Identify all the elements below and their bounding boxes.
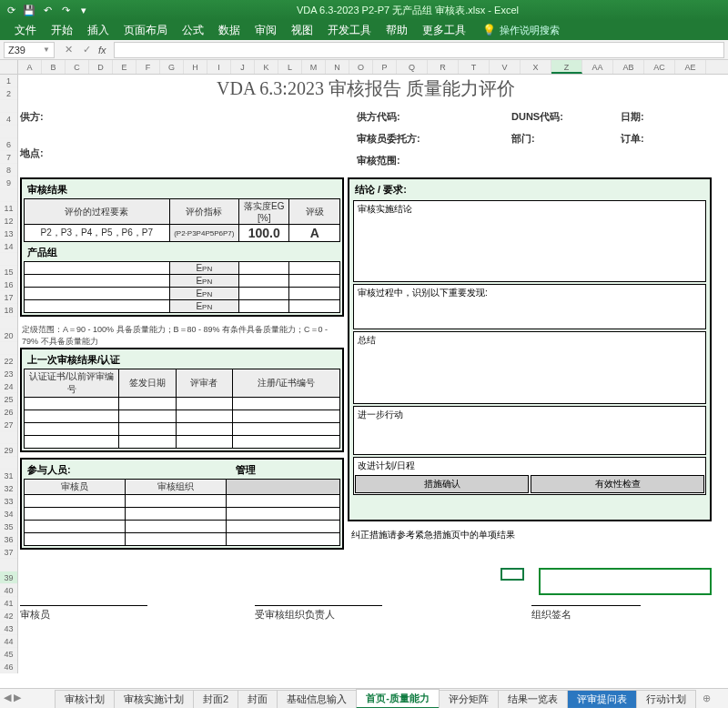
fx-icon[interactable]: fx [98, 45, 106, 56]
sheet-tab[interactable]: 审核计划 [55, 690, 115, 708]
col-header[interactable]: AE [675, 60, 706, 74]
row-header[interactable]: 20 [0, 329, 17, 342]
col-header[interactable]: X [521, 60, 551, 74]
row-header[interactable]: 35 [0, 521, 17, 533]
undo-icon[interactable]: ↶ [40, 3, 55, 17]
row-header[interactable]: 22 [0, 355, 17, 368]
ribbon-tab-dev[interactable]: 开发工具 [320, 20, 379, 40]
col-header[interactable]: AC [644, 60, 675, 74]
row-header[interactable] [0, 189, 17, 202]
row-header[interactable]: 9 [0, 177, 17, 189]
row-header[interactable] [0, 126, 17, 138]
col-header[interactable]: O [349, 60, 373, 74]
row-header[interactable]: 17 [0, 291, 17, 304]
row-header[interactable]: 8 [0, 164, 17, 177]
sheet-tab[interactable]: 结果一览表 [498, 690, 568, 708]
col-header[interactable]: K [255, 60, 278, 74]
row-header[interactable]: 7 [0, 151, 17, 164]
row-header[interactable]: 12 [0, 215, 17, 228]
row-header[interactable]: 15 [0, 266, 17, 278]
sheet-tab[interactable]: 审核实施计划 [114, 690, 194, 708]
row-header[interactable] [0, 317, 17, 329]
row-header[interactable]: 6 [0, 138, 17, 151]
sheet-tab[interactable]: 行动计划 [636, 690, 696, 708]
row-header[interactable] [0, 431, 17, 444]
row-header[interactable]: 1 [0, 75, 17, 87]
row-header[interactable]: 4 [0, 113, 17, 126]
row-header[interactable] [0, 253, 17, 266]
enter-fx-icon[interactable]: ✓ [80, 44, 93, 56]
ribbon-tab-file[interactable]: 文件 [7, 20, 44, 40]
sheet-tab-active[interactable]: 首页-质量能力 [356, 689, 440, 709]
row-header[interactable]: 42 [0, 610, 17, 622]
btn-validity-check[interactable]: 有效性检查 [531, 475, 704, 493]
ribbon-tab-home[interactable]: 开始 [44, 20, 80, 40]
sheet-tab[interactable]: 评分矩阵 [439, 690, 499, 708]
col-header[interactable]: J [231, 60, 255, 74]
row-header[interactable]: 18 [0, 304, 17, 317]
col-header[interactable]: M [302, 60, 326, 74]
ribbon-tab-insert[interactable]: 插入 [80, 20, 116, 40]
sheet-tab[interactable]: 封面 [238, 690, 278, 708]
row-header[interactable] [0, 559, 17, 571]
col-header[interactable]: G [160, 60, 184, 74]
ribbon-tab-help[interactable]: 帮助 [379, 20, 415, 40]
select-all-corner[interactable] [0, 60, 18, 74]
ribbon-tab-review[interactable]: 审阅 [248, 20, 284, 40]
ribbon-tab-formula[interactable]: 公式 [175, 20, 211, 40]
qat-dropdown-icon[interactable]: ▾ [76, 3, 91, 17]
col-header[interactable]: P [373, 60, 397, 74]
col-header[interactable]: F [136, 60, 160, 74]
autosave-icon[interactable]: ⟳ [4, 3, 18, 17]
row-header[interactable]: 44 [0, 635, 17, 648]
row-header[interactable]: 32 [0, 482, 17, 495]
cancel-fx-icon[interactable]: ✕ [62, 44, 75, 56]
col-header[interactable]: Q [397, 60, 428, 74]
row-header[interactable]: 13 [0, 228, 17, 240]
ribbon-tab-layout[interactable]: 页面布局 [116, 20, 175, 40]
row-header[interactable]: 23 [0, 368, 17, 380]
ribbon-tab-data[interactable]: 数据 [211, 20, 248, 40]
sheet-nav[interactable]: ◀ ▶ [4, 692, 21, 703]
col-header[interactable]: R [428, 60, 459, 74]
col-header[interactable]: C [66, 60, 89, 74]
row-headers[interactable]: 1246789111213141516171820222324252627293… [0, 75, 18, 673]
add-sheet-icon[interactable]: ⊕ [695, 691, 718, 706]
row-header[interactable]: 26 [0, 406, 17, 419]
col-header[interactable]: A [18, 60, 42, 74]
row-header[interactable] [0, 342, 17, 355]
row-header[interactable]: 27 [0, 419, 17, 431]
row-header[interactable]: 11 [0, 202, 17, 215]
sheet-tab[interactable]: 基础信息输入 [277, 690, 357, 708]
col-header[interactable]: I [207, 60, 231, 74]
column-headers[interactable]: A B C D E F G H I J K L M N O P Q R T V … [0, 60, 728, 75]
col-header[interactable]: D [89, 60, 113, 74]
row-header[interactable]: 41 [0, 597, 17, 610]
row-header[interactable]: 43 [0, 622, 17, 635]
col-header[interactable]: B [42, 60, 66, 74]
col-header[interactable]: AA [582, 60, 613, 74]
formula-bar[interactable] [114, 42, 724, 58]
ribbon-tab-view[interactable]: 视图 [284, 20, 320, 40]
ribbon-tab-more[interactable]: 更多工具 [415, 20, 473, 40]
save-icon[interactable]: 💾 [22, 3, 36, 17]
col-header[interactable]: H [184, 60, 207, 74]
name-box[interactable]: Z39 ▼ [4, 42, 55, 58]
redo-icon[interactable]: ↷ [58, 3, 73, 17]
row-header[interactable]: 34 [0, 508, 17, 521]
sheet-tab[interactable]: 评审提问表 [567, 690, 637, 708]
row-header[interactable]: 14 [0, 240, 17, 253]
col-header[interactable]: L [278, 60, 302, 74]
row-header[interactable]: 46 [0, 661, 17, 673]
row-header[interactable]: 31 [0, 470, 17, 482]
row-header[interactable]: 24 [0, 380, 17, 393]
tell-me-hint[interactable]: 💡 操作说明搜索 [473, 24, 560, 37]
sheet-tab[interactable]: 封面2 [193, 690, 238, 708]
row-header[interactable]: 45 [0, 648, 17, 661]
row-header[interactable]: 36 [0, 533, 17, 546]
row-header[interactable]: 25 [0, 393, 17, 406]
row-header[interactable]: 37 [0, 546, 17, 559]
col-header[interactable]: N [326, 60, 349, 74]
row-header[interactable]: 2 [0, 87, 17, 100]
col-header[interactable]: V [490, 60, 521, 74]
